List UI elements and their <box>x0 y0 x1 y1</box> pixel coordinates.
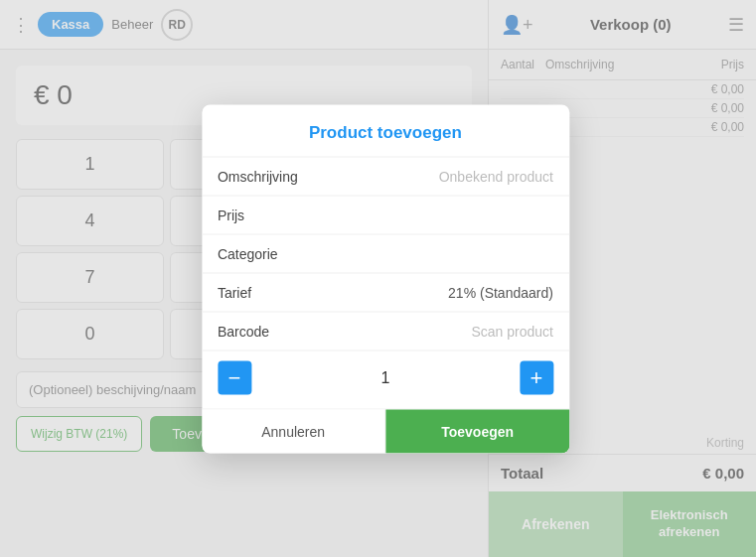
qty-plus-button[interactable]: + <box>520 360 553 394</box>
annuleren-button[interactable]: Annuleren <box>202 409 386 453</box>
prijs-label: Prijs <box>218 207 244 222</box>
tarief-label: Tarief <box>218 284 251 300</box>
modal-form: Omschrijving Onbekend product Prijs Cate… <box>202 156 569 404</box>
modal-title: Product toevoegen <box>202 104 569 156</box>
categorie-row[interactable]: Categorie <box>202 233 569 272</box>
barcode-value: Scan product <box>471 323 553 339</box>
product-toevoegen-modal: Product toevoegen Omschrijving Onbekend … <box>202 104 569 453</box>
tarief-row[interactable]: Tarief 21% (Standaard) <box>202 272 569 311</box>
modal-actions: Annuleren Toevoegen <box>202 408 569 453</box>
categorie-label: Categorie <box>218 245 278 261</box>
qty-display: 1 <box>380 368 389 386</box>
omschrijving-row: Omschrijving Onbekend product <box>202 156 569 195</box>
barcode-row[interactable]: Barcode Scan product <box>202 311 569 349</box>
omschrijving-label: Omschrijving <box>218 168 298 184</box>
prijs-row[interactable]: Prijs <box>202 195 569 233</box>
quantity-row: − 1 + <box>202 349 569 404</box>
qty-minus-button[interactable]: − <box>218 360 251 394</box>
tarief-value: 21% (Standaard) <box>448 284 553 300</box>
barcode-label: Barcode <box>218 323 269 339</box>
toevoegen-modal-button[interactable]: Toevoegen <box>385 409 569 453</box>
omschrijving-value: Onbekend product <box>439 168 553 184</box>
